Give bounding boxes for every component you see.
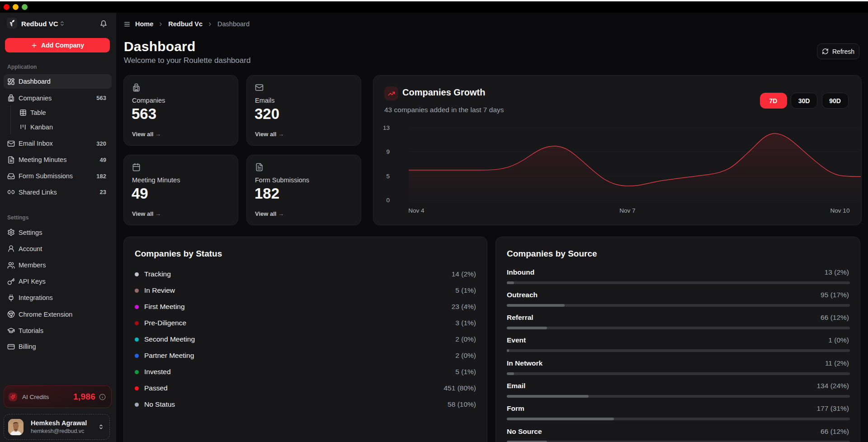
svg-text:Nov 10: Nov 10 [830, 207, 850, 214]
svg-text:13: 13 [383, 124, 390, 131]
svg-text:Nov 7: Nov 7 [619, 207, 635, 214]
svg-text:5: 5 [386, 173, 390, 180]
svg-text:9: 9 [386, 148, 390, 155]
svg-text:Nov 4: Nov 4 [408, 207, 425, 214]
svg-text:0: 0 [386, 197, 390, 204]
